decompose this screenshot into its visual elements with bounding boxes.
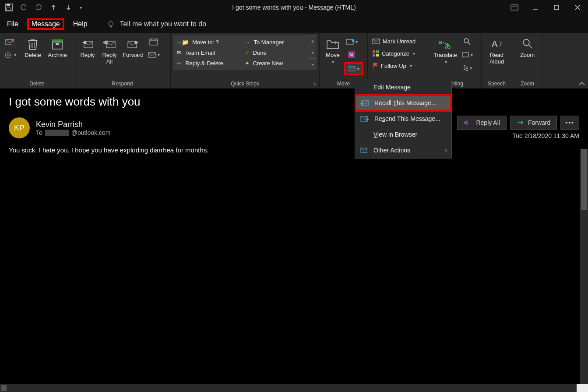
menu-edit-message[interactable]: Edit Message (355, 79, 451, 95)
maximize-icon[interactable] (546, 0, 567, 15)
svg-text:あ: あ (445, 42, 451, 49)
collapse-ribbon-icon[interactable] (578, 81, 585, 87)
zoom-button[interactable]: Zoom (515, 35, 540, 73)
svg-rect-4 (554, 5, 559, 10)
follow-up-button[interactable]: Follow Up▾ (370, 60, 426, 71)
reply-all-small-icon (464, 120, 472, 126)
svg-text:N: N (349, 52, 353, 57)
to-manager-icon: → (245, 39, 250, 46)
svg-rect-12 (56, 43, 59, 45)
previous-icon[interactable] (47, 1, 60, 14)
qs-done[interactable]: ✓Done (241, 47, 307, 58)
ribbon-tabs: File Message Help Tell me what you want … (0, 15, 588, 33)
scroll-up-icon[interactable]: ▲ (309, 35, 317, 47)
forward-icon (126, 37, 140, 51)
folder-move-icon: ⇨📁 (177, 39, 189, 46)
submenu-arrow-icon: › (445, 147, 447, 154)
qs-move-to[interactable]: ⇨📁Move to: ? (173, 37, 239, 47)
menu-recall-message[interactable]: Recall This Message... (355, 95, 451, 111)
ribbon-display-icon[interactable] (504, 0, 525, 15)
undo-icon[interactable] (18, 1, 30, 14)
window-controls (504, 0, 588, 15)
move-button[interactable]: Move▾ (322, 35, 343, 73)
redacted-recipient (45, 130, 69, 136)
archive-icon (50, 37, 64, 51)
tell-me-search[interactable]: Tell me what you want to do (107, 20, 206, 28)
qs-to-manager[interactable]: →To Manager (241, 37, 307, 47)
menu-other-actions[interactable]: Other Actions › (355, 142, 451, 158)
reply-all-action[interactable]: Reply All (457, 116, 506, 130)
qs-create-new[interactable]: ✦Create New (241, 58, 307, 68)
rules-icon[interactable]: ▾ (344, 36, 359, 47)
zoom-icon (521, 37, 535, 51)
mark-unread-button[interactable]: Mark Unread (370, 36, 426, 46)
forward-button[interactable]: Forward (121, 35, 145, 73)
message-body: You suck. I hate you. I hope you have ex… (9, 146, 579, 154)
svg-rect-10 (52, 39, 63, 42)
svg-rect-30 (462, 53, 468, 57)
message-subject: I got some words with you (9, 95, 579, 109)
svg-rect-23 (373, 50, 375, 53)
reply-all-button[interactable]: ReplyAll (99, 35, 120, 73)
qat-customize-icon[interactable]: ▾ (77, 1, 84, 14)
select-icon[interactable]: ▾ (460, 62, 475, 74)
hscroll-right-cap (577, 384, 588, 392)
qs-reply-delete[interactable]: ↩Reply & Delete (173, 58, 239, 68)
read-aloud-button[interactable]: A ReadAloud (484, 35, 509, 73)
other-actions-icon (360, 147, 368, 153)
more-respond-icon[interactable]: ▾ (146, 49, 161, 60)
actions-button[interactable]: ▾ (344, 62, 363, 75)
qs-team-email[interactable]: ✉Team Email (173, 47, 239, 58)
tell-me-label: Tell me what you want to do (120, 20, 206, 28)
tab-message[interactable]: Message (27, 18, 64, 30)
menu-view-browser[interactable]: View in Browser (355, 127, 451, 142)
create-new-icon: ✦ (245, 60, 250, 67)
title-bar: ▾ I got some words with you - Message (H… (0, 0, 588, 15)
onenote-icon[interactable]: N (344, 49, 359, 60)
sender-name: Kevin Parrish (36, 120, 111, 129)
related-icon[interactable]: ▾ (460, 49, 475, 60)
recall-icon (360, 100, 369, 106)
categorize-button[interactable]: Categorize▾ (370, 48, 426, 59)
svg-point-32 (523, 39, 529, 46)
redo-icon[interactable] (32, 1, 45, 14)
vertical-scrollbar[interactable] (580, 149, 588, 384)
translate-button[interactable]: aあ Translate▾ (432, 35, 459, 73)
forward-action[interactable]: Forward (510, 116, 557, 130)
group-delete: ▾ Delete Archive Delete (0, 33, 74, 88)
dialog-launcher-icon[interactable]: ↘ (312, 81, 317, 87)
scroll-expand-icon[interactable]: ▾ (309, 58, 317, 70)
delete-button[interactable]: Delete (21, 35, 45, 73)
tab-help[interactable]: Help (69, 18, 92, 30)
find-icon[interactable] (460, 36, 475, 47)
svg-text:A: A (492, 39, 498, 49)
ribbon: ▾ Delete Archive Delete Reply ReplyAll (0, 33, 588, 88)
quick-steps-gallery: ⇨📁Move to: ? ✉Team Email ↩Reply & Delete… (173, 35, 309, 70)
group-quick-steps: ⇨📁Move to: ? ✉Team Email ↩Reply & Delete… (171, 33, 320, 88)
ignore-icon[interactable] (3, 36, 18, 47)
group-respond: Reply ReplyAll Forward ▾ Respond (74, 33, 171, 88)
move-folder-icon (326, 37, 340, 51)
message-pane: I got some words with you KP Kevin Parri… (0, 89, 588, 384)
horizontal-scrollbar[interactable] (0, 384, 588, 392)
lightbulb-icon (107, 20, 115, 28)
more-actions[interactable]: ••• (560, 116, 579, 130)
junk-icon[interactable]: ▾ (3, 49, 18, 60)
minimize-icon[interactable] (525, 0, 546, 15)
meeting-icon[interactable] (146, 36, 161, 47)
translate-icon: aあ (438, 37, 452, 51)
quick-steps-scroll[interactable]: ▲ ▼ ▾ (309, 35, 317, 70)
scroll-thumb[interactable] (581, 149, 587, 210)
save-icon[interactable] (3, 1, 15, 14)
resend-icon (360, 116, 369, 122)
reply-button[interactable]: Reply (77, 35, 98, 73)
scroll-down-icon[interactable]: ▼ (309, 47, 317, 59)
menu-resend-message[interactable]: Resend This Message... (355, 111, 451, 127)
next-icon[interactable] (62, 1, 74, 14)
svg-rect-2 (7, 8, 11, 11)
tab-file[interactable]: File (3, 18, 23, 30)
archive-button[interactable]: Archive (46, 35, 69, 73)
mark-unread-icon (372, 38, 380, 44)
close-icon[interactable] (567, 0, 588, 15)
hscroll-thumb[interactable] (1, 385, 7, 391)
